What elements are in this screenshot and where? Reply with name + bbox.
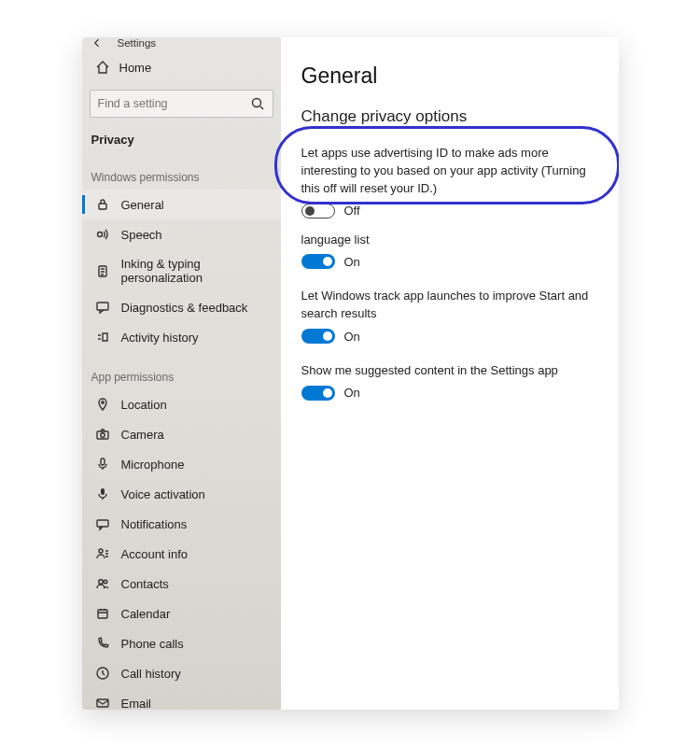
section-app-permissions: App permissions	[82, 352, 281, 389]
sidebar-item-calendar[interactable]: Calendar	[82, 599, 281, 628]
search-icon	[250, 96, 265, 111]
toggle-state-label: On	[344, 255, 360, 269]
history-icon	[95, 330, 110, 345]
home-icon	[95, 60, 110, 75]
back-button[interactable]	[91, 37, 103, 49]
sidebar-item-speech[interactable]: Speech	[82, 219, 281, 249]
sidebar-item-label: Inking & typing personalization	[121, 257, 272, 285]
sidebar-item-label: Email	[121, 697, 152, 711]
category-heading: Privacy	[82, 123, 281, 152]
setting-desc: Show me suggested content in the Setting…	[301, 362, 598, 380]
sidebar-item-notifications[interactable]: Notifications	[82, 509, 281, 539]
sidebar-item-contacts[interactable]: Contacts	[82, 569, 281, 599]
setting-app-launches: Let Windows track app launches to improv…	[301, 288, 598, 344]
email-icon	[95, 696, 110, 710]
home-nav[interactable]: Home	[82, 52, 281, 82]
toggle-app-launches[interactable]	[301, 329, 335, 344]
toggle-language-list[interactable]	[301, 254, 335, 269]
svg-point-13	[104, 580, 107, 584]
svg-rect-1	[99, 204, 106, 209]
sidebar-item-location[interactable]: Location	[82, 389, 281, 419]
setting-language-list: language list On	[301, 237, 598, 270]
nav-windows-permissions: General Speech Inking & typing personali…	[82, 190, 281, 352]
sidebar-item-label: Location	[121, 398, 167, 412]
page-title: General	[301, 63, 598, 89]
sidebar-item-label: General	[121, 198, 164, 212]
sidebar-item-label: Voice activation	[121, 487, 205, 501]
lock-icon	[95, 197, 110, 212]
phone-icon	[95, 636, 110, 651]
sidebar-item-label: Speech	[121, 228, 162, 242]
svg-rect-10	[97, 520, 108, 527]
feedback-icon	[95, 300, 110, 315]
svg-point-7	[100, 433, 104, 437]
titlebar-label: Settings	[118, 37, 157, 49]
svg-rect-8	[101, 458, 105, 465]
sidebar: Settings Home Privacy Windows permission…	[82, 37, 281, 710]
notification-icon	[95, 516, 110, 531]
camera-icon	[95, 427, 110, 442]
sidebar-item-call-history[interactable]: Call history	[82, 658, 281, 688]
sidebar-item-account-info[interactable]: Account info	[82, 539, 281, 569]
sidebar-item-phone-calls[interactable]: Phone calls	[82, 628, 281, 658]
sidebar-item-label: Call history	[121, 667, 181, 681]
svg-point-2	[97, 233, 102, 237]
setting-suggested-content: Show me suggested content in the Setting…	[301, 362, 598, 401]
voice-icon	[95, 486, 110, 501]
toggle-state-label: On	[344, 330, 360, 344]
sidebar-item-label: Camera	[121, 428, 164, 442]
sidebar-item-label: Microphone	[121, 458, 185, 472]
sidebar-item-diagnostics[interactable]: Diagnostics & feedback	[82, 292, 281, 322]
toggle-state-label: On	[344, 386, 360, 400]
setting-desc: Let Windows track app launches to improv…	[301, 288, 598, 323]
nav-app-permissions: Location Camera Microphone Voice activat…	[82, 389, 281, 710]
sidebar-item-label: Diagnostics & feedback	[121, 301, 248, 315]
titlebar: Settings	[82, 37, 281, 49]
setting-desc: language list	[301, 232, 598, 249]
sidebar-item-general[interactable]: General	[82, 190, 281, 219]
sidebar-item-activity-history[interactable]: Activity history	[82, 322, 281, 352]
page-subtitle: Change privacy options	[301, 107, 598, 126]
main-panel: General Change privacy options Let apps …	[281, 37, 619, 710]
section-windows-permissions: Windows permissions	[82, 152, 281, 190]
svg-rect-4	[97, 303, 108, 310]
speech-icon	[95, 227, 110, 242]
svg-point-5	[101, 402, 104, 404]
sidebar-item-label: Calendar	[121, 607, 171, 621]
search-box[interactable]	[90, 90, 273, 118]
search-input[interactable]	[98, 97, 245, 110]
toggle-suggested-content[interactable]	[301, 386, 335, 401]
setting-advertising-id: Let apps use advertising ID to make ads …	[301, 145, 598, 218]
location-icon	[95, 397, 110, 412]
microphone-icon	[95, 457, 110, 472]
svg-point-0	[252, 99, 260, 107]
sidebar-item-label: Notifications	[121, 517, 188, 531]
sidebar-item-label: Activity history	[121, 331, 199, 345]
toggle-advertising-id[interactable]	[301, 204, 335, 218]
clipboard-icon	[95, 263, 110, 278]
setting-desc: Let apps use advertising ID to make ads …	[301, 145, 598, 198]
svg-rect-9	[101, 488, 105, 495]
sidebar-item-camera[interactable]: Camera	[82, 419, 281, 449]
search-container	[82, 90, 281, 123]
callhistory-icon	[95, 666, 110, 681]
sidebar-item-voice-activation[interactable]: Voice activation	[82, 479, 281, 509]
contacts-icon	[95, 576, 110, 591]
sidebar-item-label: Phone calls	[121, 637, 184, 651]
svg-rect-14	[98, 610, 107, 618]
sidebar-item-label: Contacts	[121, 577, 169, 591]
sidebar-item-microphone[interactable]: Microphone	[82, 449, 281, 479]
svg-rect-16	[97, 699, 108, 707]
svg-point-11	[99, 549, 103, 553]
sidebar-item-label: Account info	[121, 547, 189, 561]
calendar-icon	[95, 606, 110, 621]
toggle-state-label: Off	[344, 204, 360, 218]
svg-point-12	[98, 580, 103, 585]
sidebar-item-email[interactable]: Email	[82, 688, 281, 710]
sidebar-item-inking[interactable]: Inking & typing personalization	[82, 249, 281, 292]
account-icon	[95, 546, 110, 561]
home-label: Home	[119, 61, 152, 75]
settings-window: Settings Home Privacy Windows permission…	[82, 37, 619, 710]
